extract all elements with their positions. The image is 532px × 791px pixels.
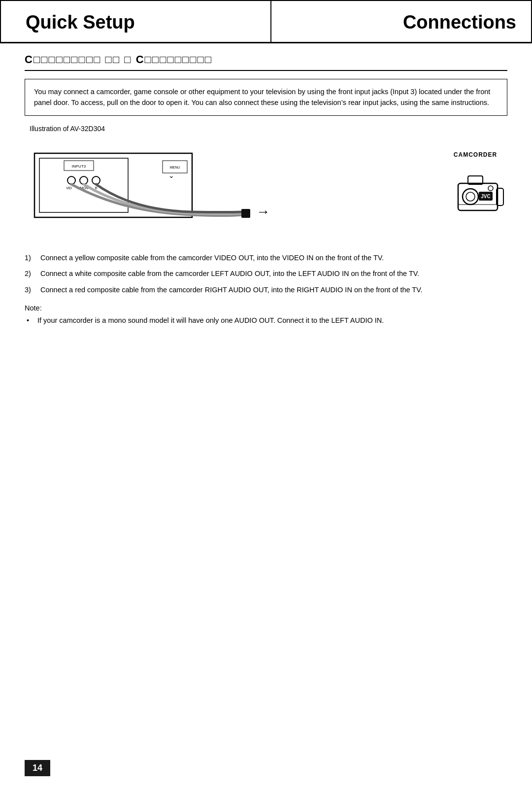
- svg-text:MENU: MENU: [170, 166, 180, 169]
- instruction-num-1: 1): [25, 252, 35, 263]
- header-right: Connections: [271, 0, 532, 42]
- instruction-item-1: 1) Connect a yellow composite cable from…: [25, 252, 507, 263]
- svg-rect-0: [34, 153, 192, 217]
- page-number: 14: [25, 760, 50, 776]
- diagram-area: INPUT3 VID L/MON R MENU ⌄: [25, 138, 507, 239]
- camcorder-label: CAMCORDER: [454, 151, 497, 158]
- svg-rect-13: [241, 209, 250, 218]
- tv-panel-svg: INPUT3 VID L/MON R MENU ⌄: [25, 138, 281, 237]
- svg-text:INPUT3: INPUT3: [72, 164, 86, 169]
- page-header: Quick Setup Connections: [0, 0, 532, 43]
- note-label: Note:: [25, 304, 507, 312]
- subtitle-row: C□□□□□□□□□ □□ □ C□□□□□□□□□: [25, 53, 507, 71]
- note-item: • If your camcorder is a mono sound mode…: [27, 315, 507, 326]
- svg-text:→: →: [256, 204, 270, 219]
- instructions-list: 1) Connect a yellow composite cable from…: [25, 252, 507, 295]
- camcorder-area: CAMCORDER JVC: [443, 151, 507, 225]
- svg-point-16: [463, 189, 478, 205]
- subtitle-text: C□□□□□□□□□ □□ □ C□□□□□□□□□: [25, 53, 212, 66]
- instruction-num-2: 2): [25, 268, 35, 279]
- instruction-item-3: 3) Connect a red composite cable from th…: [25, 284, 507, 295]
- svg-point-17: [466, 192, 475, 201]
- svg-text:VID: VID: [66, 186, 72, 190]
- camcorder-svg: JVC: [443, 161, 507, 225]
- svg-text:⌄: ⌄: [168, 172, 174, 179]
- header-left-title: Quick Setup: [26, 12, 135, 33]
- svg-text:R: R: [95, 186, 97, 190]
- instruction-num-3: 3): [25, 284, 35, 295]
- note-text: If your camcorder is a mono sound model …: [37, 315, 384, 326]
- info-box: You may connect a camcorder, game consol…: [25, 79, 507, 116]
- instruction-text-3: Connect a red composite cable from the c…: [40, 284, 507, 295]
- page-content: C□□□□□□□□□ □□ □ C□□□□□□□□□ You may conne…: [0, 43, 532, 346]
- illustration-label: Illustration of AV-32D304: [30, 125, 507, 133]
- svg-point-22: [488, 186, 493, 191]
- header-right-title: Connections: [403, 12, 516, 33]
- header-left: Quick Setup: [0, 0, 271, 42]
- instruction-text-2: Connect a white composite cable from the…: [40, 268, 507, 279]
- note-bullet: •: [27, 315, 33, 326]
- instruction-text-1: Connect a yellow composite cable from th…: [40, 252, 507, 263]
- note-section: Note: • If your camcorder is a mono soun…: [25, 304, 507, 326]
- page: Quick Setup Connections C□□□□□□□□□ □□ □ …: [0, 0, 532, 791]
- tv-diagram: INPUT3 VID L/MON R MENU ⌄: [25, 138, 429, 239]
- svg-text:JVC: JVC: [481, 194, 490, 199]
- info-box-text: You may connect a camcorder, game consol…: [34, 88, 490, 106]
- instruction-item-2: 2) Connect a white composite cable from …: [25, 268, 507, 279]
